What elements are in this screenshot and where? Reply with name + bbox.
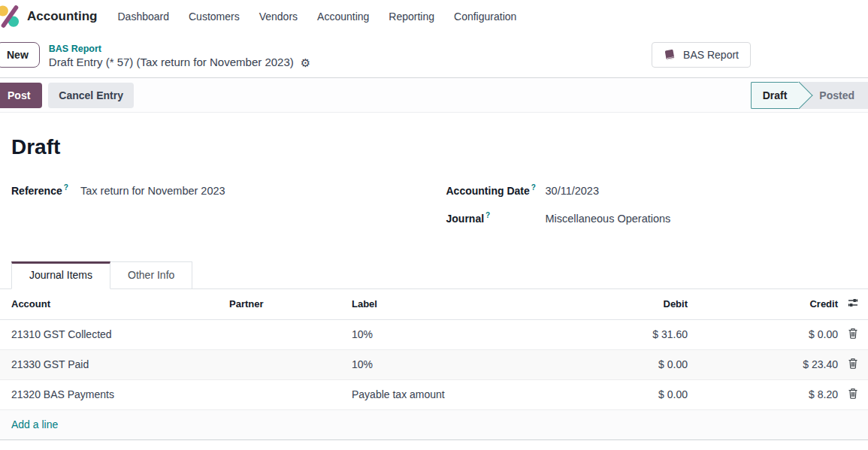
status-draft[interactable]: Draft [751,82,800,109]
col-header-account[interactable]: Account [0,289,229,319]
new-button[interactable]: New [0,42,40,68]
breadcrumb-parent-link[interactable]: BAS Report [49,44,101,56]
reference-value[interactable]: Tax return for November 2023 [80,185,225,197]
post-button[interactable]: Post [0,83,42,108]
nav-item-accounting[interactable]: Accounting [307,6,379,27]
nav-item-configuration[interactable]: Configuration [444,6,526,27]
help-marker: ? [531,183,536,192]
field-reference: Reference? Tax return for November 2023 [11,183,434,211]
add-a-line-link[interactable]: Add a line [0,418,58,430]
total-debit: $ 31.60 [567,439,688,450]
optional-columns-button[interactable] [838,289,868,319]
cell-account[interactable]: 21320 BAS Payments [0,379,229,409]
accounting-date-value[interactable]: 30/11/2023 [546,185,600,197]
field-journal: Journal? Miscellaneous Operations [446,211,868,239]
delete-row-button[interactable] [838,349,868,379]
app-logo-percent-icon[interactable] [0,3,21,30]
delete-row-button[interactable] [838,379,868,409]
notebook-tabs: Journal Items Other Info [0,261,868,289]
add-line-row: Add a line [0,409,868,439]
table-row: 21320 BAS Payments Payable tax amount $ … [0,379,868,409]
col-header-label[interactable]: Label [352,289,567,319]
reference-label: Reference? [11,183,80,197]
totals-row: $ 31.60 $ 31.60 [0,439,868,450]
help-marker: ? [485,211,490,219]
journal-value[interactable]: Miscellaneous Operations [546,213,671,225]
cell-partner[interactable] [229,379,352,409]
form-sheet: Draft Reference? Tax return for November… [0,135,868,450]
table-row: 21310 GST Collected 10% $ 31.60 $ 0.00 [0,319,868,349]
cell-label[interactable]: 10% [352,319,567,349]
journal-label: Journal? [446,211,546,225]
breadcrumb-current: Draft Entry (* 57) (Tax return for Novem… [49,56,294,70]
totals-trash-spacer [838,439,868,450]
total-credit: $ 31.60 [688,439,838,450]
table-row: 21330 GST Paid 10% $ 0.00 $ 23.40 [0,349,868,379]
help-marker: ? [64,183,68,192]
field-accounting-date: Accounting Date? 30/11/2023 [446,183,868,211]
nav-item-reporting[interactable]: Reporting [379,6,444,27]
page-title: Draft [11,135,868,159]
col-header-credit[interactable]: Credit [688,289,838,319]
journal-items-table: Account Partner Label Debit Credit 21310… [0,289,868,450]
control-panel: New BAS Report Draft Entry (* 57) (Tax r… [0,32,868,77]
col-header-partner[interactable]: Partner [229,289,352,319]
bas-report-button-label: BAS Report [683,49,739,61]
cell-credit[interactable]: $ 8.20 [688,379,838,409]
gear-icon[interactable]: ⚙ [301,57,310,68]
cell-label[interactable]: 10% [352,349,567,379]
trash-icon [848,388,858,399]
cell-account[interactable]: 21310 GST Collected [0,319,229,349]
sliders-icon [847,297,859,309]
nav-item-vendors[interactable]: Vendors [250,6,307,27]
status-states: Draft Posted [751,82,868,109]
totals-spacer [0,439,567,450]
trash-icon [848,328,858,339]
nav-item-dashboard[interactable]: Dashboard [108,6,180,27]
bas-report-button[interactable]: BAS Report [652,42,751,68]
nav-item-customers[interactable]: Customers [179,6,250,27]
tab-other-info[interactable]: Other Info [110,261,192,289]
main-menu: Dashboard Customers Vendors Accounting R… [108,6,527,27]
breadcrumb: BAS Report Draft Entry (* 57) (Tax retur… [49,41,310,70]
book-icon [664,49,676,61]
cell-debit[interactable]: $ 0.00 [567,349,688,379]
cell-credit[interactable]: $ 23.40 [688,349,838,379]
top-navbar: Accounting Dashboard Customers Vendors A… [0,0,868,32]
col-header-debit[interactable]: Debit [567,289,688,319]
cell-partner[interactable] [229,319,352,349]
table-header-row: Account Partner Label Debit Credit [0,289,868,319]
cancel-entry-button[interactable]: Cancel Entry [48,83,134,108]
tab-journal-items[interactable]: Journal Items [11,261,110,289]
cell-debit[interactable]: $ 0.00 [567,379,688,409]
cell-partner[interactable] [229,349,352,379]
field-group: Reference? Tax return for November 2023 … [0,183,868,239]
form-statusbar: Post Cancel Entry Draft Posted [0,77,868,113]
app-name[interactable]: Accounting [27,9,98,24]
cell-credit[interactable]: $ 0.00 [688,319,838,349]
cell-label[interactable]: Payable tax amount [352,379,567,409]
trash-icon [848,358,858,369]
accounting-date-label: Accounting Date? [446,183,546,197]
cell-debit[interactable]: $ 31.60 [567,319,688,349]
cell-account[interactable]: 21330 GST Paid [0,349,229,379]
delete-row-button[interactable] [838,319,868,349]
